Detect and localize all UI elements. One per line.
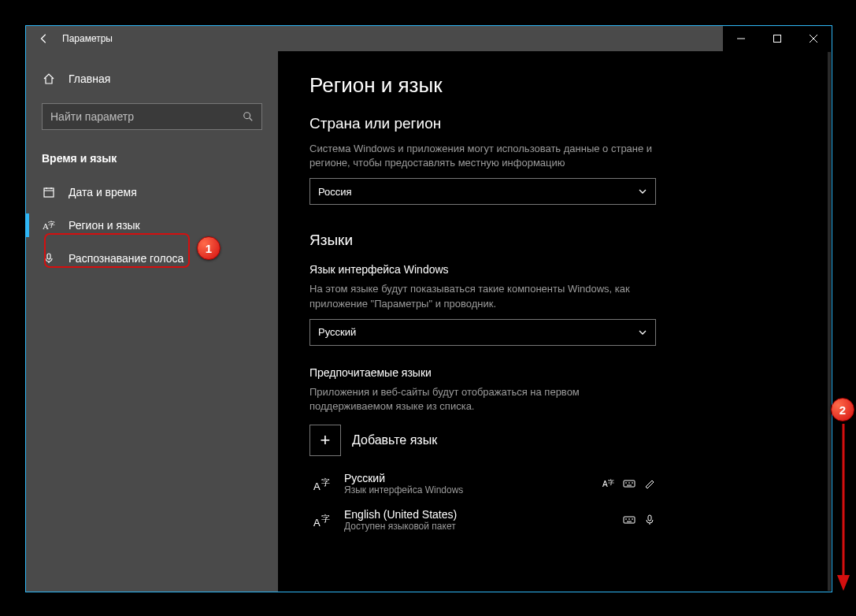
sidebar-item-date-time[interactable]: Дата и время [26,176,278,209]
page-title: Регион и язык [309,73,800,98]
language-icon: A字 [42,218,56,232]
annotation-arrow-2 [836,424,851,593]
region-value: Россия [318,186,352,198]
svg-rect-14 [648,515,651,521]
language-item-english[interactable]: A字 English (United States) Доступен язык… [309,502,656,538]
svg-text:A: A [313,481,321,492]
preferred-desc: Приложения и веб-сайты будут отображатьс… [309,385,656,414]
sidebar-item-label: Распознавание голоса [69,252,183,265]
minimize-button[interactable] [723,26,759,51]
sidebar: Главная Найти параметр Время и язык Дата… [26,51,278,592]
search-placeholder: Найти параметр [50,110,134,123]
sidebar-section: Время и язык [26,144,278,176]
sidebar-item-speech[interactable]: Распознавание голоса [26,242,278,275]
svg-rect-5 [47,254,50,259]
chevron-down-icon [638,187,647,196]
content-pane: Регион и язык Страна или регион Система … [278,51,832,592]
keyboard-icon [623,514,636,526]
close-icon [810,35,817,43]
maximize-icon [773,35,781,43]
sidebar-item-region-language[interactable]: A字 Регион и язык [26,209,278,242]
microphone-icon [42,251,56,265]
svg-text:A: A [313,517,321,529]
maximize-button[interactable] [759,26,795,51]
language-sub: Доступен языковой пакет [344,521,457,532]
window-body: Главная Найти параметр Время и язык Дата… [26,51,832,592]
region-desc: Система Windows и приложения могут испол… [309,142,656,170]
svg-marker-16 [837,575,850,591]
window-title: Параметры [62,33,113,44]
svg-text:字: 字 [608,479,614,486]
content-scrollbar[interactable] [828,52,831,591]
minimize-icon [737,35,745,43]
add-language-button[interactable]: + Добавьте язык [309,425,800,456]
calendar-icon [42,185,56,199]
svg-text:字: 字 [48,221,55,228]
language-glyph-icon: A字 [311,510,333,532]
preferred-label: Предпочитаемые языки [309,366,800,379]
home-link[interactable]: Главная [26,65,278,92]
language-item-russian[interactable]: A字 Русский Язык интерфейса Windows A字 [309,466,656,502]
svg-point-1 [244,113,250,119]
settings-window: Параметры Главная Найти параметр [25,25,832,592]
svg-rect-0 [774,35,781,43]
handwriting-icon [643,477,656,490]
svg-rect-13 [624,517,635,523]
search-input[interactable]: Найти параметр [42,103,262,130]
voice-icon [643,514,656,526]
sidebar-item-label: Регион и язык [69,219,140,232]
titlebar: Параметры [26,26,832,51]
sidebar-item-label: Дата и время [69,186,137,199]
display-lang-dropdown[interactable]: Русский [309,319,656,346]
region-dropdown[interactable]: Россия [309,178,656,205]
display-lang-desc: На этом языке будут показываться такие к… [309,282,656,310]
arrow-left-icon [39,33,50,44]
add-language-label: Добавьте язык [352,433,437,447]
display-lang-value: Русский [318,326,356,338]
svg-text:A: A [602,480,608,488]
svg-rect-10 [624,481,635,487]
annotation-badge-2: 2 [831,398,854,421]
svg-rect-2 [44,188,54,197]
language-name: English (United States) [344,508,457,521]
keyboard-icon [623,477,636,490]
window-controls [723,26,832,51]
plus-icon: + [309,425,341,456]
svg-text:字: 字 [321,477,330,487]
search-icon [243,111,254,122]
language-sub: Язык интерфейса Windows [344,484,463,495]
close-button[interactable] [795,26,832,51]
language-name: Русский [344,472,463,484]
region-heading: Страна или регион [309,115,800,132]
svg-text:字: 字 [321,514,330,523]
home-icon [42,72,56,86]
home-label: Главная [69,72,110,85]
back-button[interactable] [26,26,62,51]
display-lang-label: Язык интерфейса Windows [309,263,800,276]
languages-heading: Языки [309,232,800,249]
chevron-down-icon [638,328,647,337]
language-glyph-icon: A字 [311,473,333,495]
display-pack-icon: A字 [602,477,615,490]
